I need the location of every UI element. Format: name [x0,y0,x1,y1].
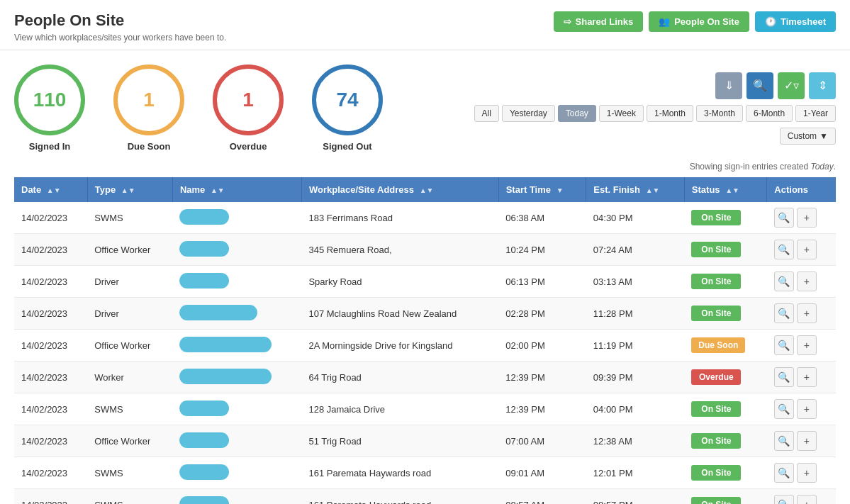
table-header: Date ▲▼ Type ▲▼ Name ▲▼ Workplace/Site A… [14,177,836,202]
cell-type: SWMS [87,457,172,489]
main-table: Date ▲▼ Type ▲▼ Name ▲▼ Workplace/Site A… [14,177,836,504]
date-filter-1month[interactable]: 1-Month [647,105,693,122]
col-start[interactable]: Start Time ▼ [498,177,586,202]
showing-text-container: Showing sign-in entries created Today. [0,159,850,172]
signed-out-label: Signed Out [323,141,371,152]
cell-start: 08:57 AM [498,489,586,505]
cell-type: Office Worker [87,234,172,266]
view-action-button[interactable]: 🔍 [774,303,794,323]
cell-status: On Site [684,393,767,425]
add-action-button[interactable]: + [797,367,817,387]
cell-date: 14/02/2023 [14,393,87,425]
cell-status: On Site [684,425,767,457]
view-action-button[interactable]: 🔍 [774,399,794,419]
filter-icon: ✓▿ [784,79,799,92]
cell-address: 345 Remuera Road, [301,234,498,266]
col-status[interactable]: Status ▲▼ [684,177,767,202]
actions-cell: 🔍 + [774,240,829,259]
table-row: 14/02/2023 Driver 107 Mclaughlins Road N… [14,298,836,330]
cell-finish: 09:39 PM [586,362,685,393]
cell-finish: 04:30 PM [586,202,685,234]
col-date[interactable]: Date ▲▼ [14,177,87,202]
custom-date-button[interactable]: Custom ▼ [780,128,836,145]
overdue-label: Overdue [230,141,267,152]
status-badge: On Site [691,497,741,504]
signed-in-value: 110 [33,89,67,111]
add-action-button[interactable]: + [797,208,817,228]
download-icon-button[interactable]: ⇓ [715,72,742,99]
cell-address: 107 Mclaughlins Road New Zealand [301,298,498,330]
start-sort-icon: ▼ [557,186,564,194]
view-action-button[interactable]: 🔍 [774,463,794,483]
view-action-button[interactable]: 🔍 [774,240,794,259]
actions-cell: 🔍 + [774,271,829,291]
cell-status: On Site [684,457,767,489]
date-filter-1week[interactable]: 1-Week [599,105,644,122]
cell-start: 06:38 AM [498,202,586,234]
add-action-button[interactable]: + [797,240,817,259]
date-filter-today[interactable]: Today [558,105,596,122]
name-redacted [179,401,229,416]
cell-type: SWMS [87,489,172,505]
finish-sort-icon: ▲▼ [646,186,660,194]
search-icon: 🔍 [753,79,767,92]
share-icon: ⇨ [564,16,571,27]
date-filter-yesterday[interactable]: Yesterday [502,105,555,122]
table-row: 14/02/2023 Office Worker 345 Remuera Roa… [14,234,836,266]
overdue-ring: 1 [213,65,284,135]
cell-name [172,234,301,266]
view-action-button[interactable]: 🔍 [774,208,794,228]
signed-in-stat: 110 Signed In [14,65,85,152]
col-type[interactable]: Type ▲▼ [87,177,172,202]
cell-type: Driver [87,298,172,330]
view-action-button[interactable]: 🔍 [774,367,794,387]
chevron-down-icon: ▼ [820,131,828,141]
date-filter-1year[interactable]: 1-Year [795,105,836,122]
col-name[interactable]: Name ▲▼ [172,177,301,202]
view-action-button[interactable]: 🔍 [774,431,794,451]
people-on-site-button[interactable]: 👥 People On Site [649,11,749,32]
table-section: Date ▲▼ Type ▲▼ Name ▲▼ Workplace/Site A… [0,177,850,504]
cell-finish: 04:00 PM [586,393,685,425]
people-icon: 👥 [659,16,670,27]
cell-status: On Site [684,298,767,330]
cell-address: 183 Ferrimans Road [301,202,498,234]
add-action-button[interactable]: + [797,303,817,323]
cell-status: On Site [684,202,767,234]
stats-section: 110 Signed In 1 Due Soon 1 Overdue 74 Si… [0,50,850,159]
name-redacted [179,273,229,289]
add-action-button[interactable]: + [797,335,817,355]
add-action-button[interactable]: + [797,399,817,419]
view-action-button[interactable]: 🔍 [774,271,794,291]
add-action-button[interactable]: + [797,431,817,451]
cell-actions: 🔍 + [767,202,836,234]
header-right: ⇨ Shared Links 👥 People On Site 🕐 Timesh… [554,11,836,32]
cell-finish: 12:01 PM [586,457,685,489]
shared-links-button[interactable]: ⇨ Shared Links [554,11,644,32]
name-redacted [179,337,272,352]
cell-address: 2A Morningside Drive for Kingsland [301,330,498,362]
cell-name [172,489,301,505]
view-action-button[interactable]: 🔍 [774,335,794,355]
date-filter-all[interactable]: All [474,105,499,122]
cell-name [172,266,301,298]
date-filter-3month[interactable]: 3-Month [696,105,743,122]
date-filter-6month[interactable]: 6-Month [746,105,793,122]
cell-name [172,330,301,362]
cell-name [172,393,301,425]
status-badge: On Site [691,401,741,417]
add-action-button[interactable]: + [797,495,817,504]
swap-icon-button[interactable]: ⇕ [809,72,836,99]
cell-name [172,425,301,457]
search-icon-button[interactable]: 🔍 [746,72,773,99]
cell-start: 06:13 PM [498,266,586,298]
clock-icon: 🕐 [765,16,776,27]
view-action-button[interactable]: 🔍 [774,495,794,504]
add-action-button[interactable]: + [797,271,817,291]
add-action-button[interactable]: + [797,463,817,483]
table-row: 14/02/2023 SWMS 161 Paremata Haywards ro… [14,489,836,505]
col-finish[interactable]: Est. Finish ▲▼ [586,177,685,202]
filter-icon-button[interactable]: ✓▿ [778,72,805,99]
col-address[interactable]: Workplace/Site Address ▲▼ [301,177,498,202]
timesheet-button[interactable]: 🕐 Timesheet [755,11,836,32]
